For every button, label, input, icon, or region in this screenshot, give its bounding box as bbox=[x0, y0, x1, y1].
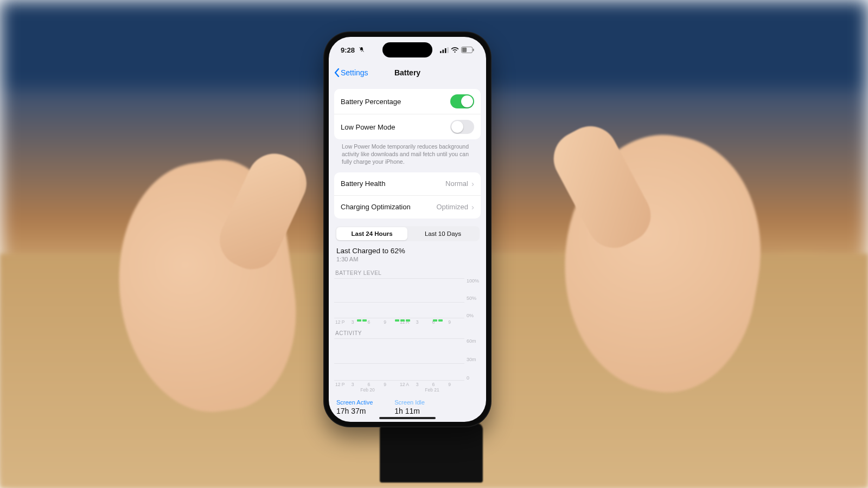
dynamic-island bbox=[382, 42, 432, 57]
status-right bbox=[440, 47, 474, 53]
battery-health-value-text: Normal bbox=[445, 179, 468, 188]
toggle-knob bbox=[461, 95, 473, 107]
svg-rect-3 bbox=[445, 48, 446, 53]
page-title: Battery bbox=[394, 68, 420, 77]
row-battery-health[interactable]: Battery Health Normal › bbox=[334, 172, 481, 195]
charging-opt-label: Charging Optimization bbox=[341, 203, 411, 211]
seg-last-24h[interactable]: Last 24 Hours bbox=[336, 227, 407, 240]
group-power: Battery Percentage Low Power Mode bbox=[334, 89, 481, 139]
screen-idle-value: 1h 11m bbox=[394, 407, 425, 415]
chevron-right-icon: › bbox=[471, 179, 474, 188]
back-label: Settings bbox=[341, 68, 368, 77]
battery-percentage-toggle[interactable] bbox=[450, 94, 474, 108]
back-button[interactable]: Settings bbox=[334, 68, 368, 77]
battery-percentage-label: Battery Percentage bbox=[341, 98, 401, 106]
battery-health-value: Normal › bbox=[445, 179, 474, 188]
stat-screen-active: Screen Active 17h 37m bbox=[336, 399, 373, 415]
row-low-power-mode[interactable]: Low Power Mode bbox=[334, 114, 481, 139]
svg-rect-2 bbox=[442, 49, 444, 53]
chevron-left-icon bbox=[334, 68, 340, 77]
cellular-icon bbox=[440, 47, 449, 53]
battery-level-section: BATTERY LEVEL 100% 50% 0% 12 P36912 A369 bbox=[334, 270, 481, 325]
toggle-knob bbox=[451, 121, 463, 133]
row-battery-percentage[interactable]: Battery Percentage bbox=[334, 89, 481, 114]
activity-bars bbox=[334, 338, 481, 388]
silent-mode-icon bbox=[359, 47, 365, 53]
seg-last-10d[interactable]: Last 10 Days bbox=[407, 227, 478, 240]
low-power-mode-label: Low Power Mode bbox=[341, 123, 395, 131]
battery-health-label: Battery Health bbox=[341, 179, 385, 188]
home-indicator[interactable] bbox=[379, 417, 436, 419]
wifi-icon bbox=[451, 47, 459, 53]
stat-screen-idle: Screen Idle 1h 11m bbox=[394, 399, 425, 415]
status-time-group: 9:28 bbox=[341, 46, 365, 54]
last-charge-time: 1:30 AM bbox=[336, 256, 478, 262]
charging-opt-value: Optimized › bbox=[436, 203, 474, 211]
battery-level-chart[interactable]: 100% 50% 0% bbox=[334, 278, 481, 326]
iphone-frame: 9:28 bbox=[323, 31, 492, 427]
svg-rect-7 bbox=[473, 49, 474, 52]
scene: 9:28 bbox=[0, 0, 868, 488]
charging-opt-value-text: Optimized bbox=[436, 203, 468, 211]
usage-stats: Screen Active 17h 37m Screen Idle 1h 11m bbox=[334, 393, 481, 415]
svg-rect-6 bbox=[462, 48, 467, 52]
group-health: Battery Health Normal › Charging Optimiz… bbox=[334, 172, 481, 219]
screen-active-value: 17h 37m bbox=[336, 407, 373, 415]
screen-active-label: Screen Active bbox=[336, 399, 373, 406]
svg-rect-4 bbox=[447, 47, 449, 53]
screen-idle-label: Screen Idle bbox=[394, 399, 425, 406]
time-range-segmented: Last 24 Hours Last 10 Days bbox=[335, 226, 480, 241]
battery-level-bars bbox=[334, 278, 481, 326]
battery-level-title: BATTERY LEVEL bbox=[334, 270, 481, 278]
status-time: 9:28 bbox=[341, 46, 355, 54]
activity-chart[interactable]: 60m 30m 0 bbox=[334, 338, 481, 388]
low-power-mode-note: Low Power Mode temporarily reduces backg… bbox=[334, 139, 481, 166]
battery-icon bbox=[461, 47, 474, 53]
chevron-right-icon: › bbox=[471, 203, 474, 211]
low-power-mode-toggle[interactable] bbox=[450, 120, 474, 134]
activity-title: ACTIVITY bbox=[334, 330, 481, 338]
activity-section: ACTIVITY 60m 30m 0 12 P36912 A369 bbox=[334, 330, 481, 393]
last-charge-headline: Last Charged to 62% bbox=[336, 247, 478, 255]
svg-rect-1 bbox=[440, 51, 442, 53]
phone-dock bbox=[380, 423, 483, 483]
nav-bar: Settings Battery bbox=[329, 63, 486, 82]
iphone-screen: 9:28 bbox=[329, 37, 486, 422]
last-charge-info: Last Charged to 62% 1:30 AM bbox=[334, 241, 481, 265]
content-scroll[interactable]: Battery Percentage Low Power Mode Low Po… bbox=[329, 89, 486, 421]
row-charging-optimization[interactable]: Charging Optimization Optimized › bbox=[334, 195, 481, 219]
